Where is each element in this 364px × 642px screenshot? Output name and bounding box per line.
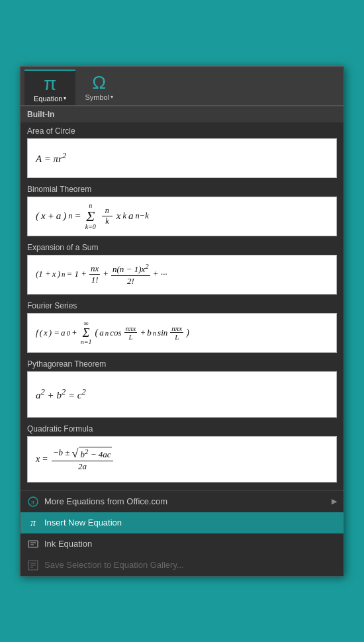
ink-equation-label: Ink Equation xyxy=(44,539,92,549)
save-selection-label: Save Selection to Equation Gallery... xyxy=(44,560,184,570)
svg-text:π: π xyxy=(31,498,35,506)
insert-equation-icon: π xyxy=(27,517,39,529)
equation-math-fourier-series: f(x) = a0 + ∞ Σ n=1 ( an cos nπx L + bn … xyxy=(36,320,189,345)
equation-math-area-of-circle: A = πr2 xyxy=(36,151,66,165)
equation-label-expansion-of-a-sum: Expansion of a Sum xyxy=(27,243,337,252)
equation-item-fourier-series: Fourier Series f(x) = a0 + ∞ Σ n=1 ( an … xyxy=(21,297,343,355)
ink-equation-menu-item[interactable]: Ink Equation xyxy=(21,533,343,555)
more-equations-label: More Equations from Office.com xyxy=(44,496,167,506)
insert-new-equation-menu-item[interactable]: π Insert New Equation xyxy=(21,512,343,533)
equation-math-binomial-theorem: (x + a)n = n Σ k=0 n k xkan−k xyxy=(36,203,149,230)
equation-box-area-of-circle[interactable]: A = πr2 xyxy=(27,138,337,178)
equation-item-expansion-of-a-sum: Expansion of a Sum (1 + x)n = 1 + nx 1! … xyxy=(21,239,343,297)
symbol-tab-label: Symbol ▾ xyxy=(85,93,113,101)
save-selection-menu-item: Save Selection to Equation Gallery... xyxy=(21,555,343,576)
symbol-dropdown-arrow: ▾ xyxy=(111,94,113,100)
equation-panel: π Equation ▾ Ω Symbol ▾ Built-In Area of… xyxy=(20,66,344,576)
equation-label-area-of-circle: Area of Circle xyxy=(27,126,337,136)
equation-math-quadratic-formula: x = −b ± √b2 − 4ac 2a xyxy=(36,447,114,472)
equation-item-binomial-theorem: Binomial Theorem (x + a)n = n Σ k=0 n k … xyxy=(21,181,343,239)
equation-box-quadratic-formula[interactable]: x = −b ± √b2 − 4ac 2a xyxy=(27,436,337,482)
save-selection-icon xyxy=(27,559,39,571)
equation-box-fourier-series[interactable]: f(x) = a0 + ∞ Σ n=1 ( an cos nπx L + bn … xyxy=(27,313,337,353)
equation-item-quadratic-formula: Quadratic Formula x = −b ± √b2 − 4ac 2a xyxy=(21,420,343,485)
equation-label-pythagorean-theorem: Pythagorean Theorem xyxy=(27,359,337,369)
more-equations-icon: π xyxy=(27,496,39,508)
equation-box-expansion-of-a-sum[interactable]: (1 + x)n = 1 + nx 1! + n(n − 1)x2 2! + ·… xyxy=(27,255,337,295)
ink-equation-icon xyxy=(27,538,39,550)
toolbar: π Equation ▾ Ω Symbol ▾ xyxy=(21,67,343,106)
symbol-tab-button[interactable]: Ω Symbol ▾ xyxy=(75,69,122,105)
pi-icon: π xyxy=(44,75,56,93)
equation-tab-label: Equation ▾ xyxy=(34,95,66,103)
more-equations-menu-item[interactable]: π More Equations from Office.com ▶ xyxy=(21,491,343,512)
svg-rect-2 xyxy=(28,541,38,547)
equation-label-binomial-theorem: Binomial Theorem xyxy=(27,185,337,194)
equation-math-pythagorean-theorem: a2 + b2 = c2 xyxy=(36,387,86,401)
equation-box-binomial-theorem[interactable]: (x + a)n = n Σ k=0 n k xkan−k xyxy=(27,197,337,236)
equation-item-area-of-circle: Area of Circle A = πr2 xyxy=(21,122,343,181)
equation-tab-button[interactable]: π Equation ▾ xyxy=(24,69,75,105)
equation-label-quadratic-formula: Quadratic Formula xyxy=(27,424,337,434)
equation-dropdown-arrow: ▾ xyxy=(64,95,66,101)
insert-new-equation-label: Insert New Equation xyxy=(44,518,122,527)
bottom-menu: π More Equations from Office.com ▶ π Ins… xyxy=(21,490,343,576)
equation-math-expansion-of-a-sum: (1 + x)n = 1 + nx 1! + n(n − 1)x2 2! + ·… xyxy=(36,262,167,286)
omega-icon: Ω xyxy=(92,73,106,92)
section-header-builtin: Built-In xyxy=(21,106,343,122)
equation-label-fourier-series: Fourier Series xyxy=(27,301,337,310)
equations-scroll-area[interactable]: Built-In Area of Circle A = πr2 Binomial… xyxy=(21,106,343,490)
more-equations-arrow: ▶ xyxy=(332,497,337,506)
equation-box-pythagorean-theorem[interactable]: a2 + b2 = c2 xyxy=(27,371,337,418)
equation-item-pythagorean-theorem: Pythagorean Theorem a2 + b2 = c2 xyxy=(21,355,343,420)
